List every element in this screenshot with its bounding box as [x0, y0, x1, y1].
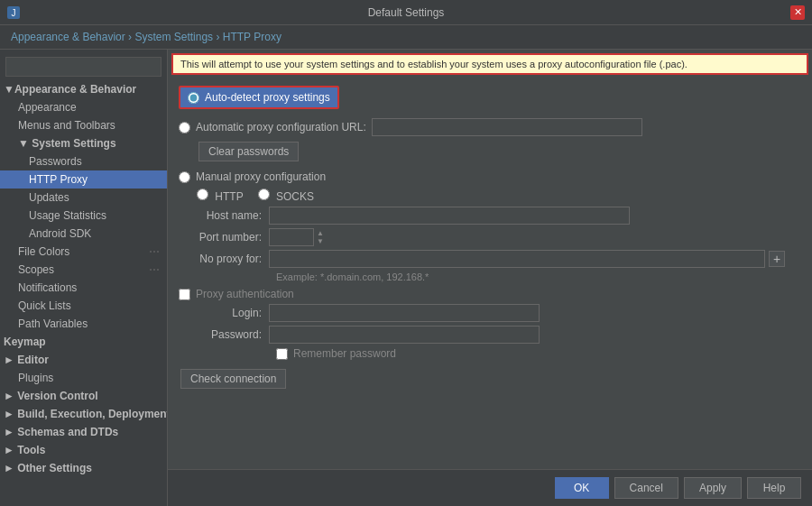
sidebar-item-plugins[interactable]: Plugins [0, 369, 167, 387]
socks-label[interactable]: SOCKS [258, 189, 314, 203]
check-connection-button[interactable]: Check connection [180, 369, 286, 389]
host-row: Host name: [179, 207, 801, 225]
socks-radio[interactable] [258, 189, 270, 200]
no-proxy-label: No proxy for: [179, 253, 269, 265]
sidebar-item-menus-toolbars[interactable]: Menus and Toolbars [0, 116, 167, 134]
warning-banner: This will attempt to use your system set… [171, 53, 808, 75]
sidebar-item-android-sdk[interactable]: Android SDK [0, 225, 167, 243]
auto-pac-option[interactable]: Automatic proxy configuration URL: [179, 118, 801, 136]
port-input[interactable]: 80 [269, 228, 314, 246]
bottom-bar: OK Cancel Apply Help [168, 469, 812, 506]
arrow-icon: ▼ [4, 83, 14, 96]
expand-button[interactable]: + [769, 251, 785, 267]
login-row: Login: [179, 304, 801, 322]
help-button[interactable]: Help [747, 477, 801, 499]
sidebar-item-schemas-dtds[interactable]: ► Schemas and DTDs [0, 423, 167, 441]
password-row: Password: [179, 326, 801, 344]
remember-password-checkbox[interactable] [276, 348, 288, 360]
title-bar: J Default Settings ✕ [0, 0, 812, 25]
sidebar-item-file-colors[interactable]: File Colors ⋯ [0, 243, 167, 261]
proxy-auth-checkbox[interactable] [179, 289, 190, 300]
remember-password-row: Remember password [276, 347, 801, 360]
sidebar-item-path-variables[interactable]: Path Variables [0, 315, 167, 333]
app-icon: J [7, 5, 22, 20]
sidebar-item-tools[interactable]: ► Tools [0, 441, 167, 459]
sidebar-item-scopes[interactable]: Scopes ⋯ [0, 261, 167, 279]
port-row: Port number: 80 ▲ ▼ [179, 228, 801, 246]
login-input[interactable] [269, 304, 540, 322]
pac-url-input[interactable] [372, 118, 642, 136]
http-radio[interactable] [197, 189, 208, 200]
host-label: Host name: [179, 209, 269, 222]
protocol-options: HTTP SOCKS [197, 189, 801, 203]
sidebar-item-system-settings[interactable]: ▼ System Settings [0, 134, 167, 152]
check-connection-container: Check connection [179, 367, 801, 391]
no-proxy-input[interactable] [269, 250, 765, 268]
clear-passwords-button[interactable]: Clear passwords [198, 142, 299, 161]
sidebar: ▼ Appearance & Behavior Appearance Menus… [0, 50, 168, 506]
sidebar-item-notifications[interactable]: Notifications [0, 279, 167, 297]
sidebar-item-editor[interactable]: ► Editor [0, 351, 167, 369]
sidebar-item-passwords[interactable]: Passwords [0, 152, 167, 170]
login-label: Login: [179, 307, 269, 319]
sidebar-item-version-control[interactable]: ► Version Control [0, 387, 167, 405]
example-text: Example: *.domain.com, 192.168.* [276, 271, 801, 282]
port-spinner[interactable]: ▲ ▼ [315, 229, 326, 245]
port-label: Port number: [179, 231, 269, 244]
sidebar-item-appearance[interactable]: Appearance [0, 98, 167, 116]
no-proxy-row: No proxy for: + [179, 250, 801, 268]
sidebar-item-keymap[interactable]: Keymap [0, 333, 167, 351]
apply-button[interactable]: Apply [684, 477, 742, 499]
content-area: ▼ Appearance & Behavior Appearance Menus… [0, 50, 812, 506]
sidebar-item-updates[interactable]: Updates [0, 189, 167, 207]
sidebar-item-http-proxy[interactable]: HTTP Proxy [0, 170, 167, 189]
main-container: Appearance & Behavior › System Settings … [0, 25, 812, 506]
auto-pac-radio[interactable] [179, 122, 190, 133]
remember-password-label: Remember password [293, 347, 396, 360]
close-button[interactable]: ✕ [790, 5, 805, 20]
proxy-auth-label: Proxy authentication [196, 288, 294, 300]
manual-proxy-option[interactable]: Manual proxy configuration [179, 170, 801, 183]
manual-proxy-radio[interactable] [179, 171, 190, 183]
sidebar-item-quick-lists[interactable]: Quick Lists [0, 297, 167, 315]
sidebar-item-usage-statistics[interactable]: Usage Statistics [0, 207, 167, 225]
password-input[interactable] [269, 326, 540, 344]
http-label[interactable]: HTTP [197, 189, 244, 203]
sidebar-item-build-execution[interactable]: ► Build, Execution, Deployment [0, 405, 167, 423]
password-label: Password: [179, 328, 269, 341]
svg-text:J: J [12, 8, 16, 18]
search-bar[interactable] [0, 53, 167, 80]
host-input[interactable] [269, 207, 630, 225]
sidebar-item-appearance-behavior[interactable]: ▼ Appearance & Behavior [0, 80, 167, 98]
search-input[interactable] [5, 57, 161, 77]
cancel-button[interactable]: Cancel [614, 477, 678, 499]
right-panel: This will attempt to use your system set… [168, 50, 812, 506]
window-title: Default Settings [22, 6, 790, 19]
sidebar-item-other-settings[interactable]: ► Other Settings [0, 459, 167, 477]
port-increment[interactable]: ▲ [315, 229, 326, 237]
proxy-auth-row: Proxy authentication [179, 288, 801, 300]
settings-content: Auto-detect proxy settings Automatic pro… [168, 78, 812, 469]
port-container: 80 ▲ ▼ [269, 228, 326, 246]
auto-detect-option[interactable]: Auto-detect proxy settings [179, 86, 339, 109]
no-proxy-container: + [269, 250, 785, 268]
port-decrement[interactable]: ▼ [315, 237, 326, 245]
auto-detect-radio[interactable] [188, 92, 199, 104]
breadcrumb: Appearance & Behavior › System Settings … [0, 25, 812, 50]
ok-button[interactable]: OK [555, 477, 609, 499]
